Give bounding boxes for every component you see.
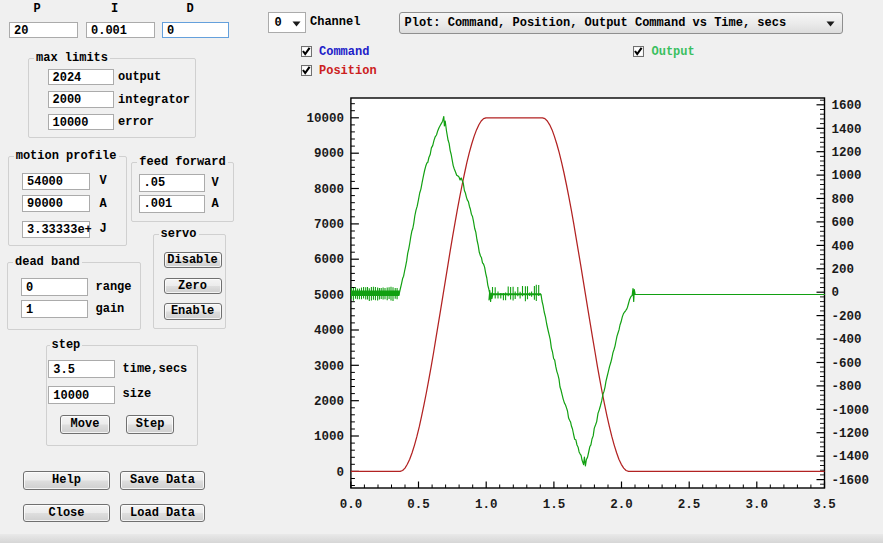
svg-text:200: 200 <box>832 263 855 277</box>
svg-text:-200: -200 <box>832 310 862 324</box>
svg-text:1200: 1200 <box>832 146 862 160</box>
svg-text:-800: -800 <box>832 380 862 394</box>
svg-text:-1000: -1000 <box>832 404 870 418</box>
svg-text:1.5: 1.5 <box>543 498 566 512</box>
svg-text:-400: -400 <box>832 333 862 347</box>
svg-text:3.0: 3.0 <box>746 498 769 512</box>
svg-text:1.0: 1.0 <box>475 498 498 512</box>
svg-text:4000: 4000 <box>314 324 344 338</box>
svg-text:3.5: 3.5 <box>813 498 836 512</box>
svg-text:2.5: 2.5 <box>678 498 701 512</box>
svg-text:1000: 1000 <box>832 169 862 183</box>
svg-text:800: 800 <box>832 193 855 207</box>
svg-text:6000: 6000 <box>314 253 344 267</box>
svg-text:-1200: -1200 <box>832 427 870 441</box>
svg-text:7000: 7000 <box>314 218 344 232</box>
svg-text:5000: 5000 <box>314 289 344 303</box>
svg-text:0.0: 0.0 <box>340 498 363 512</box>
svg-text:0: 0 <box>832 286 840 300</box>
svg-text:1400: 1400 <box>832 123 862 137</box>
svg-text:1000: 1000 <box>314 430 344 444</box>
svg-text:1600: 1600 <box>832 99 862 113</box>
svg-text:-1600: -1600 <box>832 474 870 488</box>
svg-text:0.5: 0.5 <box>407 498 430 512</box>
svg-text:9000: 9000 <box>314 147 344 161</box>
svg-text:2.0: 2.0 <box>610 498 633 512</box>
svg-text:600: 600 <box>832 216 855 230</box>
svg-text:10000: 10000 <box>306 112 344 126</box>
svg-text:400: 400 <box>832 240 855 254</box>
svg-text:-600: -600 <box>832 357 862 371</box>
svg-text:2000: 2000 <box>314 395 344 409</box>
svg-text:3000: 3000 <box>314 360 344 374</box>
svg-text:-1400: -1400 <box>832 450 870 464</box>
svg-text:0: 0 <box>336 466 344 480</box>
svg-text:8000: 8000 <box>314 183 344 197</box>
